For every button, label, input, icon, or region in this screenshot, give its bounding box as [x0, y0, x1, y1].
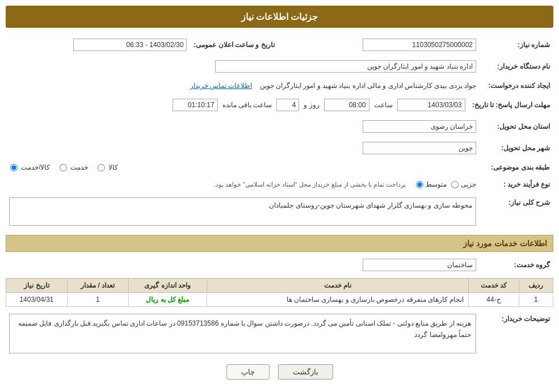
cell-unit: مبلغ کل به ریال — [128, 293, 207, 307]
category-khadamat-option[interactable]: خدمت — [58, 163, 88, 171]
process-jozyi-option[interactable]: جزیی — [451, 180, 476, 188]
org-name-value: اداره بنیاد شهید و امور ایثارگران جوین — [215, 60, 476, 73]
deadline-label: مهلت ارسال پاسخ: تا تاریخ: — [469, 96, 553, 113]
service-group-cell: ساختمان — [6, 256, 480, 273]
province-table: استان محل تحویل: خراسان رضوی — [6, 118, 553, 135]
service-group-label: گروه خدمت: — [480, 256, 553, 273]
col-code: کد خدمت — [469, 279, 519, 293]
service-group-table: گروه خدمت: ساختمان — [6, 256, 553, 273]
category-kala-khadamat-option[interactable]: کالا/خدمت — [9, 163, 50, 171]
deadline-date: 1403/03/03 — [397, 99, 465, 111]
service-group-value: ساختمان — [363, 259, 476, 271]
col-unit: واحد اندازه گیری — [128, 279, 207, 293]
deadline-time-label: ساعت — [374, 101, 393, 109]
date-value: 1403/02/30 - 06:33 — [73, 39, 187, 51]
category-khadamat-label: خدمت — [70, 163, 88, 171]
contact-link[interactable]: اطلاعات تماس خریدار — [190, 82, 253, 90]
bottom-buttons: بازگشت چاپ — [6, 364, 553, 388]
process-cell: جزیی متوسط پرداخت تمام یا بخشی از مبلغ خ… — [6, 178, 480, 191]
buyer-desc-label: توضیحات خریدار: — [480, 311, 553, 356]
deadline-time: 08:00 — [324, 99, 369, 111]
page-container: جزئیات اطلاعات نیاز شماره نیاز: 11030502… — [0, 0, 559, 392]
cell-code: ج-44 — [469, 293, 519, 307]
category-kala-option[interactable]: کالا — [96, 163, 118, 171]
process-table: نوع فرآیند خرید : جزیی متوسط پرداخت تمام… — [6, 178, 553, 191]
category-kala-label: کالا — [108, 163, 118, 171]
description-table: شرح کلی نیاز: محوطه سازی و بهسازی گلزار … — [6, 195, 553, 228]
org-name-label: نام دستگاه خریدار: — [480, 58, 553, 75]
top-info-table: شماره نیاز: 1103050275000002 تاریخ و ساع… — [6, 36, 553, 53]
buyer-desc-table: توضیحات خریدار: هزینه از طریق منابع دولت… — [6, 311, 553, 356]
cell-quantity: 1 — [67, 293, 128, 307]
city-value: جوین — [363, 142, 476, 154]
deadline-days: 4 — [276, 99, 299, 111]
buyer-desc-cell: هزینه از طریق منابع دولتی - تملک استانی … — [6, 311, 480, 356]
process-motavasset-radio[interactable] — [416, 181, 423, 188]
deadline-days-label: روز و — [304, 101, 319, 109]
back-button[interactable]: بازگشت — [278, 364, 333, 380]
date-label: تاریخ و ساعت اعلان عمومی: — [190, 36, 278, 53]
col-name: نام خدمت — [207, 279, 468, 293]
buyer-desc-value: هزینه از طریق منابع دولتی - تملک استانی … — [18, 319, 471, 339]
process-label: نوع فرآیند خرید : — [480, 178, 553, 191]
date-cell: 1403/02/30 - 06:33 — [6, 36, 190, 53]
category-khadamat-radio[interactable] — [60, 164, 67, 171]
creator-value: جواد یزدی بیدی کارشناس اداری و مالی ادار… — [260, 82, 476, 90]
deadline-cell: 1403/03/03 ساعت 08:00 روز و 4 ساعت باقی … — [6, 96, 469, 113]
province-value: خراسان رضوی — [363, 120, 476, 133]
province-label: استان محل تحویل: — [480, 118, 553, 135]
deadline-remaining: 01:10:17 — [173, 99, 218, 111]
description-section-title: شرح کلی نیاز: — [480, 195, 553, 228]
org-name-cell: اداره بنیاد شهید و امور ایثارگران جوین — [6, 58, 480, 75]
main-content: شماره نیاز: 1103050275000002 تاریخ و ساع… — [6, 36, 553, 388]
creator-cell: جواد یزدی بیدی کارشناس اداری و مالی ادار… — [6, 79, 480, 92]
category-kala-radio[interactable] — [98, 164, 105, 171]
province-cell: خراسان رضوی — [6, 118, 480, 135]
col-date: تاریخ نیاز — [6, 279, 68, 293]
description-value: محوطه سازی و بهسازی گلزار شهدای شهرستان … — [269, 201, 472, 209]
process-desc: پرداخت تمام یا بخشی از مبلغ خریداز محل "… — [213, 181, 406, 188]
org-table: نام دستگاه خریدار: اداره بنیاد شهید و ام… — [6, 58, 553, 75]
category-kala-khadamat-label: کالا/خدمت — [21, 163, 50, 171]
category-table: طبقه بندی موضوعی: کالا/خدمت خدمت — [6, 161, 553, 174]
city-cell: جوین — [6, 140, 480, 157]
cell-name: انجام کارهای متفرقه درخصوص بازسازی و بهس… — [207, 293, 468, 307]
process-jozyi-label: جزیی — [461, 180, 476, 188]
city-label: شهر محل تحویل: — [480, 140, 553, 157]
table-row: 1 ج-44 انجام کارهای متفرقه درخصوص بازساز… — [6, 293, 553, 307]
creator-label: ایجاد کننده درخواست: — [480, 79, 553, 92]
services-table: ردیف کد خدمت نام خدمت واحد اندازه گیری ت… — [6, 278, 553, 307]
buyer-desc-box: هزینه از طریق منابع دولتی - تملک استانی … — [9, 314, 476, 353]
creator-table: ایجاد کننده درخواست: جواد یزدی بیدی کارش… — [6, 79, 553, 92]
category-label: طبقه بندی موضوعی: — [480, 161, 553, 174]
col-row-num: ردیف — [519, 279, 553, 293]
col-quantity: تعداد / مقدار — [67, 279, 128, 293]
process-motavasset-option[interactable]: متوسط — [416, 180, 447, 188]
page-header: جزئیات اطلاعات نیاز — [6, 6, 553, 28]
category-kala-khadamat-radio[interactable] — [10, 164, 18, 171]
services-section-title: اطلاعات خدمات مورد نیاز — [6, 235, 553, 252]
deadline-table: مهلت ارسال پاسخ: تا تاریخ: 1403/03/03 سا… — [6, 96, 553, 113]
description-box: محوطه سازی و بهسازی گلزار شهدای شهرستان … — [9, 197, 476, 226]
need-number-label: شماره نیاز: — [480, 36, 553, 53]
deadline-remaining-label: ساعت باقی مانده — [222, 101, 272, 109]
process-jozyi-radio[interactable] — [451, 181, 459, 188]
need-number-cell: 1103050275000002 — [295, 36, 480, 53]
cell-row-num: 1 — [519, 293, 553, 307]
category-cell: کالا/خدمت خدمت کالا — [6, 161, 480, 174]
page-title: جزئیات اطلاعات نیاز — [241, 12, 318, 22]
cell-date: 1403/04/31 — [6, 293, 68, 307]
process-motavasset-label: متوسط — [426, 180, 447, 188]
print-button[interactable]: چاپ — [226, 364, 270, 380]
need-number-value: 1103050275000002 — [363, 39, 476, 51]
description-cell: محوطه سازی و بهسازی گلزار شهدای شهرستان … — [6, 195, 480, 228]
city-table: شهر محل تحویل: جوین — [6, 140, 553, 157]
